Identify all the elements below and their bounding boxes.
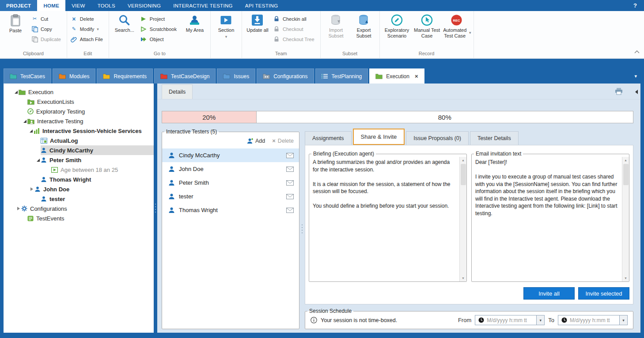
tab-configurations[interactable]: Configurations <box>257 68 314 84</box>
menu-tools[interactable]: TOOLS <box>91 0 121 11</box>
section-button[interactable]: Section ▾ <box>213 12 239 50</box>
close-tab-icon[interactable]: × <box>415 73 418 80</box>
scratchbook-button[interactable]: Scratchbook <box>139 24 180 34</box>
menu-project[interactable]: PROJECT <box>0 0 37 11</box>
tester-row-peter[interactable]: Peter Smith <box>162 176 299 190</box>
tree-item-interactive-testing[interactable]: Interactive Testing <box>4 116 154 126</box>
invite-all-button[interactable]: Invite all <box>523 287 575 300</box>
menu-home[interactable]: HOME <box>37 0 65 11</box>
tab-share-invite[interactable]: Share & Invite <box>353 129 405 145</box>
tab-testplanning[interactable]: TestPlanning <box>315 68 368 84</box>
tree-item-executionlists[interactable]: ExecutionLists <box>4 97 154 106</box>
mail-icon[interactable] <box>286 208 294 213</box>
menu-view[interactable]: VIEW <box>65 0 91 11</box>
exploratory-scenario-button[interactable]: Exploratory Scenario <box>382 12 412 50</box>
import-subset-button[interactable]: Import Subset <box>323 12 349 50</box>
from-date-dropdown-icon[interactable]: ▾ <box>536 315 544 325</box>
tab-overflow-caret-icon[interactable]: ▾ <box>634 73 640 79</box>
invite-selected-button[interactable]: Invite selected <box>578 287 629 300</box>
tree-item-execution[interactable]: Execution <box>4 87 154 97</box>
scroll-down-icon[interactable]: ▼ <box>460 275 466 281</box>
print-icon[interactable] <box>615 87 623 97</box>
copy-button[interactable]: Copy <box>30 24 64 34</box>
tab-requirements[interactable]: Requirements <box>97 68 153 84</box>
checkout-tree-button[interactable]: Checkout Tree <box>272 34 318 44</box>
scroll-up-icon[interactable]: ▲ <box>460 157 466 163</box>
tree-item-peter-smith[interactable]: Peter Smith <box>4 155 154 165</box>
search-button[interactable]: Search... <box>111 12 138 50</box>
expand-icon[interactable] <box>28 129 34 133</box>
goto-project-button[interactable]: Project <box>139 14 180 23</box>
tree-item-testevents[interactable]: TestEvents <box>4 213 154 223</box>
collapse-panel-icon[interactable] <box>635 90 638 94</box>
tree-splitter[interactable] <box>154 84 157 333</box>
checkout-button[interactable]: Checkout <box>272 24 318 34</box>
to-date-picker[interactable]: M/d/yyyy h:mm tt ▾ <box>558 315 628 325</box>
scroll-up-icon[interactable]: ▲ <box>622 157 629 163</box>
mail-icon[interactable] <box>286 167 294 172</box>
tree-item-interactive-session[interactable]: Interactive Session-Vehicle Services <box>4 126 154 136</box>
menu-versioning[interactable]: VERSIONING <box>121 0 167 11</box>
update-all-button[interactable]: Update all <box>244 12 271 50</box>
tester-row-cindy[interactable]: Cindy McCarthy <box>162 148 299 162</box>
attach-file-button[interactable]: Attach File <box>69 34 106 44</box>
goto-object-button[interactable]: Object <box>139 34 180 44</box>
ribbon-collapse-icon[interactable] <box>634 47 640 55</box>
scroll-thumb[interactable] <box>623 164 629 185</box>
mail-icon[interactable] <box>286 153 294 158</box>
tree-item-actuallog[interactable]: ActualLog <box>4 136 154 145</box>
checkin-all-button[interactable]: Checkin all <box>272 14 318 23</box>
tree-item-age-between[interactable]: Age between 18 an 25 <box>4 165 154 175</box>
email-textarea[interactable]: Dear [Tester]! I invite you to execute a… <box>472 157 622 281</box>
tab-tester-details[interactable]: Tester Details <box>470 131 519 145</box>
tree-item-exploratory-testing[interactable]: Exploratory Testing <box>4 106 154 116</box>
modify-button[interactable]: ✎ Modify ▾ <box>69 24 106 34</box>
tab-testcases[interactable]: TestCases <box>4 68 51 84</box>
briefing-scrollbar[interactable]: ▲ ▼ <box>459 157 466 281</box>
tab-modules[interactable]: Modules <box>53 68 95 84</box>
tester-row-thomas[interactable]: Thomas Wright <box>162 203 299 217</box>
panel-splitter[interactable] <box>299 129 305 329</box>
mail-icon[interactable] <box>286 180 294 186</box>
edit-group-label: Edit <box>69 50 106 58</box>
tree-item-cindy-mccarthy[interactable]: Cindy McCarthy <box>4 145 154 155</box>
paste-button[interactable]: Paste <box>2 12 29 50</box>
expand-icon[interactable] <box>22 120 27 123</box>
export-subset-button[interactable]: Export Subset <box>351 12 377 50</box>
tree-item-tester[interactable]: tester <box>4 194 154 204</box>
help-icon[interactable]: ? <box>626 0 644 11</box>
duplicate-button[interactable]: Duplicate <box>30 34 64 44</box>
to-date-dropdown-icon[interactable]: ▾ <box>619 315 627 325</box>
scroll-down-icon[interactable]: ▼ <box>622 275 629 281</box>
add-tester-button[interactable]: Add <box>247 138 265 144</box>
tree-item-configurations[interactable]: Configurations <box>4 204 154 213</box>
cut-button[interactable]: ✂ Cut <box>30 14 64 23</box>
manual-test-case-button[interactable]: Manual Test Case <box>413 12 441 50</box>
expand-icon[interactable] <box>13 91 19 94</box>
my-area-button[interactable]: My Area <box>182 12 208 50</box>
tab-issues[interactable]: Issues <box>217 68 255 84</box>
tester-row-tester[interactable]: tester <box>162 190 299 203</box>
expand-icon[interactable] <box>35 159 41 162</box>
tab-assignments[interactable]: Assignments <box>305 131 352 145</box>
expand-icon[interactable] <box>29 187 34 191</box>
tree-item-john-doe[interactable]: John Doe <box>4 184 154 194</box>
tab-testcasedesign[interactable]: TestCaseDesign <box>154 68 216 84</box>
menu-api-testing[interactable]: API TESTING <box>239 0 284 11</box>
email-scrollbar[interactable]: ▲ ▼ <box>622 157 629 281</box>
tester-row-john[interactable]: John Doe <box>162 162 299 176</box>
delete-button[interactable]: × Delete <box>69 14 106 23</box>
tab-issue-proposals[interactable]: Issue Proposals (0) <box>406 131 469 145</box>
scroll-thumb[interactable] <box>461 164 466 185</box>
mail-icon[interactable] <box>286 194 294 199</box>
tab-details[interactable]: Details <box>162 84 193 99</box>
menu-interactive-testing[interactable]: INTERACTIVE TESTING <box>167 0 239 11</box>
tree-item-thomas-wright[interactable]: Thomas Wright <box>4 175 154 184</box>
delete-tester-button[interactable]: × Delete <box>272 137 294 144</box>
tab-execution[interactable]: Execution × <box>369 68 424 84</box>
expand-icon[interactable] <box>16 207 21 210</box>
briefing-textarea[interactable]: A briefing summarizes the goal and/or pr… <box>309 157 459 281</box>
attach-file-label: Attach File <box>80 37 103 42</box>
from-date-picker[interactable]: M/d/yyyy h:mm tt ▾ <box>475 315 545 325</box>
automated-test-case-button[interactable]: REC Automated Test Case ▾ <box>442 12 471 50</box>
